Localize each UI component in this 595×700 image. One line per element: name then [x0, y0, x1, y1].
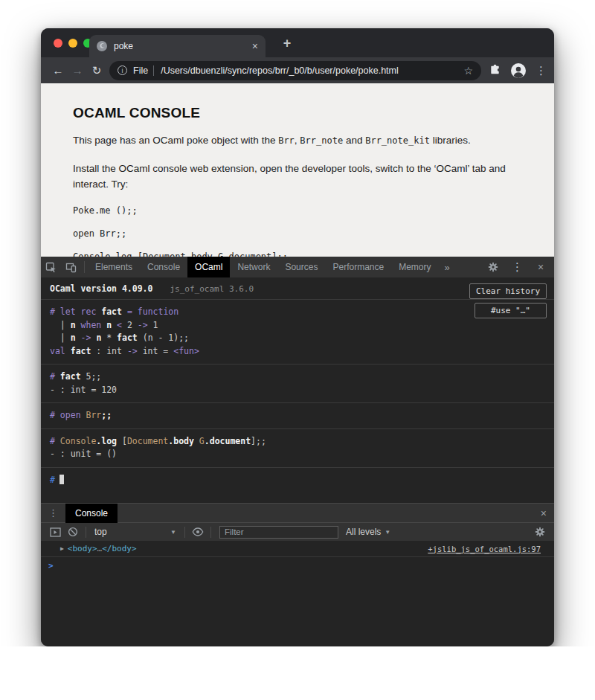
code-token: fact — [101, 306, 122, 317]
browser-menu-icon[interactable]: ⋮ — [536, 64, 547, 77]
drawer-menu-icon[interactable]: ⋮ — [48, 507, 58, 518]
chevron-down-icon: ▼ — [385, 529, 390, 536]
repl-line: val fact : int -> int = <fun> — [50, 345, 545, 359]
repl-line: - : unit = () — [50, 448, 545, 461]
repl-entry: # fact 5;;- : int = 120 — [41, 365, 554, 403]
browser-tab[interactable]: poke × — [89, 35, 266, 57]
console-prompt-row[interactable]: > — [41, 557, 554, 574]
code-token — [76, 320, 81, 330]
devtools-tab-ocaml[interactable]: OCaml — [187, 257, 230, 277]
address-scheme: File — [133, 65, 148, 76]
tab-close-icon[interactable]: × — [252, 41, 258, 51]
code-sample-line: Poke.me ();; — [73, 205, 539, 216]
use-file-button[interactable]: #use "…" — [475, 303, 547, 318]
address-url[interactable]: /Users/dbuenzli/sync/repos/brr/_b0/b/use… — [161, 65, 457, 76]
devtools-tab-console[interactable]: Console — [140, 257, 187, 277]
code-token — [76, 333, 81, 343]
clear-console-icon[interactable] — [64, 527, 82, 537]
devtools-close-icon[interactable]: × — [532, 261, 550, 273]
settings-gear-icon[interactable] — [483, 257, 503, 277]
devtools-tab-sources[interactable]: Sources — [277, 257, 325, 277]
console-dom-preview[interactable]: <body>…</body> — [68, 544, 137, 553]
code-token: | — [50, 320, 71, 330]
code-token: * — [101, 333, 117, 343]
devtools-menu-icon[interactable]: ⋮ — [507, 257, 527, 277]
code-token: .document — [205, 436, 251, 446]
console-drawer-header: ⋮ Console × — [41, 503, 554, 522]
more-tabs-icon[interactable]: » — [439, 262, 456, 273]
repl-line: # open Brr;; — [50, 409, 545, 423]
devtools-tab-performance[interactable]: Performance — [325, 257, 391, 277]
browser-toolbar: ← → ↻ i File /Users/dbuenzli/sync/repos/… — [41, 57, 554, 83]
reload-icon[interactable]: ↻ — [87, 64, 106, 77]
code-token: .body — [168, 436, 194, 446]
devtools-tab-memory[interactable]: Memory — [391, 257, 438, 277]
expand-arrow-icon[interactable]: ▶ — [60, 545, 64, 552]
code-token: n — [71, 333, 76, 343]
forward-icon[interactable]: → — [68, 64, 87, 77]
chevron-down-icon: ▼ — [170, 529, 176, 536]
log-levels-dropdown[interactable]: All levels ▼ — [346, 527, 390, 537]
code-token: Document — [127, 436, 168, 446]
code-token: - : unit = () — [50, 449, 117, 459]
live-expression-eye-icon[interactable] — [189, 527, 207, 536]
repl-prompt: # — [50, 475, 55, 485]
console-messages: ▶ <body>…</body> +jslib_js_of_ocaml.js:9… — [41, 541, 554, 646]
context-selector[interactable]: top ▼ — [90, 527, 181, 537]
extensions-puzzle-icon[interactable] — [489, 64, 501, 77]
ocaml-version: OCaml version 4.09.0 — [50, 283, 152, 294]
source-link[interactable]: +jslib_js_of_ocaml.js:97 — [428, 545, 541, 553]
context-value: top — [94, 527, 107, 537]
console-sidebar-icon[interactable] — [46, 527, 64, 537]
inline-code: Brr_note_kit — [365, 135, 430, 146]
page-code-samples: Poke.me ();;open Brr;;Console.log [Docum… — [73, 205, 539, 257]
code-token: -> — [81, 333, 91, 343]
close-window-icon[interactable] — [54, 39, 62, 48]
code-token: # — [50, 371, 60, 382]
inspect-element-icon[interactable] — [41, 257, 61, 277]
clear-history-button[interactable]: Clear history — [469, 283, 547, 299]
back-icon[interactable]: ← — [48, 64, 68, 77]
device-toolbar-icon[interactable] — [61, 257, 81, 277]
devtools-controls: ⋮ × — [483, 257, 550, 277]
devtools-tab-elements[interactable]: Elements — [88, 257, 140, 277]
repl-line: # let rec fact = function — [50, 306, 545, 319]
code-token: Console — [60, 436, 96, 446]
code-token — [81, 410, 86, 420]
jsoo-version: js_of_ocaml 3.6.0 — [170, 284, 254, 294]
code-token: let rec — [60, 306, 96, 317]
toolbar-divider — [86, 527, 86, 538]
code-token: fact — [71, 346, 91, 356]
code-token: G — [199, 436, 205, 446]
page-info-icon[interactable]: i — [118, 65, 127, 75]
code-token: < — [117, 320, 122, 330]
code-token: | — [50, 333, 71, 343]
console-prompt-icon: > — [48, 561, 54, 571]
text-run: This page has an OCaml poke object with … — [73, 135, 278, 146]
repl-entry: # Console.log [Document.body G.document]… — [41, 429, 554, 468]
repl-prompt-line[interactable]: # — [41, 468, 554, 493]
code-token: : int — [91, 346, 126, 356]
console-message-row[interactable]: ▶ <body>…</body> +jslib_js_of_ocaml.js:9… — [41, 541, 554, 557]
minimize-window-icon[interactable] — [68, 39, 77, 48]
repl-line: | n -> n * fact (n - 1);; — [50, 332, 545, 345]
drawer-close-icon[interactable]: × — [541, 507, 547, 519]
address-bar[interactable]: i File /Users/dbuenzli/sync/repos/brr/_b… — [109, 61, 481, 80]
console-settings-gear-icon[interactable] — [531, 527, 549, 537]
devtools-tab-network[interactable]: Network — [230, 257, 277, 277]
code-token: [ — [117, 436, 127, 446]
drawer-tab-console[interactable]: Console — [65, 504, 118, 523]
code-token: Brr — [86, 410, 102, 420]
code-token — [132, 306, 138, 317]
repl-line: # Console.log [Document.body G.document]… — [50, 435, 545, 449]
new-tab-button[interactable]: + — [277, 36, 297, 51]
traffic-lights — [54, 39, 92, 48]
code-token: -> — [127, 346, 138, 356]
text-cursor-icon — [60, 475, 64, 484]
bookmark-star-icon[interactable]: ☆ — [463, 65, 473, 77]
devtools-tabs: ElementsConsoleOCamlNetworkSourcesPerfor… — [88, 257, 439, 277]
filter-input[interactable] — [219, 526, 338, 539]
code-token: # — [50, 306, 60, 317]
profile-avatar-icon[interactable] — [511, 63, 526, 78]
repl-line: | n when n < 2 -> 1 — [50, 319, 545, 333]
